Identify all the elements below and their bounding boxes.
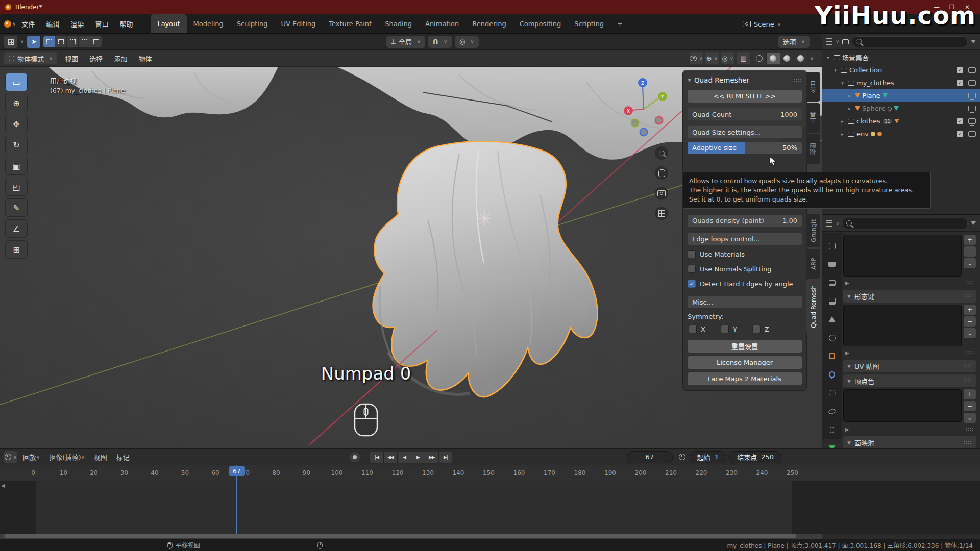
timeline-ruler[interactable]: 0102030405060708090100110120130140150160…	[0, 465, 980, 481]
select-mode-extend[interactable]	[55, 36, 66, 47]
play-button[interactable]: ▶	[411, 452, 425, 463]
drag-grip[interactable]: ∷∷	[964, 363, 972, 369]
outliner-row-env[interactable]: ▸env	[822, 128, 980, 140]
hide-viewport-toggle[interactable]	[968, 106, 976, 111]
menu-item[interactable]: 文件	[16, 19, 40, 29]
play-reverse-button[interactable]: ◀	[398, 452, 411, 463]
list-box[interactable]	[843, 305, 962, 346]
properties-tab-world[interactable]	[822, 329, 842, 347]
properties-tab-scene[interactable]	[822, 310, 842, 329]
record-button[interactable]	[350, 452, 360, 462]
blender-logo-icon[interactable]	[4, 20, 11, 28]
outliner-row-item[interactable]: ▾场景集合	[822, 51, 980, 64]
quad-count-field[interactable]: Quad Count 1000	[688, 108, 802, 120]
properties-tab-output[interactable]	[822, 273, 842, 292]
menu-item[interactable]: 渲染	[65, 19, 89, 29]
select-mode-subtract[interactable]	[67, 36, 78, 47]
workspace-tab-scripting[interactable]: Scripting	[568, 14, 610, 33]
sidebar-tab-grungit[interactable]: Grungit	[806, 214, 820, 247]
menu-item[interactable]: 编辑	[40, 19, 65, 29]
pan-button[interactable]	[655, 166, 668, 180]
properties-tab-object[interactable]	[822, 347, 842, 365]
specials-menu-button[interactable]: ⌄	[964, 328, 976, 338]
proportional-edit-dropdown[interactable]: ◎	[455, 36, 479, 48]
jump-end-button[interactable]: ▶|	[439, 452, 452, 463]
timeline-menu-item[interactable]: 视图	[89, 452, 112, 462]
checkbox-detect-hard-edges-by-angle[interactable]: Detect Hard Edges by angle	[688, 277, 802, 290]
timeline-editor-button[interactable]	[4, 451, 17, 463]
expander-icon[interactable]: ▸	[839, 132, 846, 137]
outliner-row-collection[interactable]: ▾Collection	[822, 64, 980, 77]
filter-icon[interactable]	[971, 221, 976, 225]
hide-viewport-toggle[interactable]	[968, 67, 976, 73]
properties-editor-icon[interactable]	[826, 220, 832, 227]
overlays-dropdown[interactable]: ◎	[721, 52, 734, 64]
properties-tab-tool[interactable]	[822, 237, 842, 255]
navigation-gizmo[interactable]: Z X Y	[610, 74, 677, 142]
workspace-tab-uv-editing[interactable]: UV Editing	[274, 14, 322, 33]
selectable-toggle[interactable]	[957, 131, 963, 137]
sidebar-tab-item[interactable]: 条目	[806, 72, 820, 102]
tool-add-cube[interactable]: ⊞	[5, 240, 28, 259]
ortho-toggle-button[interactable]	[655, 207, 668, 220]
prev-keyframe-button[interactable]: ◀◀	[384, 452, 397, 463]
timeline-menu-item[interactable]: 抠像(插帧) ∨	[44, 452, 89, 462]
panel-header[interactable]: ▼ Quad Remesher ∷∷	[688, 74, 802, 86]
sidebar-tab-quad-remesh[interactable]: Quad Remesh	[806, 280, 820, 333]
add-button[interactable]: +	[964, 235, 976, 245]
shading-rendered-button[interactable]	[794, 53, 807, 64]
properties-tab-view-layer[interactable]	[822, 292, 842, 310]
remove-button[interactable]: −	[964, 316, 976, 327]
tool-scale[interactable]: ▣	[5, 157, 28, 175]
workspace-tab-modeling[interactable]: Modeling	[187, 14, 230, 33]
scene-selector[interactable]: Scene ∨	[743, 17, 781, 31]
frame-start-field[interactable]: 起始 1	[690, 451, 726, 463]
checkbox-use-normals-splitting[interactable]: Use Normals Splitting	[688, 262, 802, 276]
expander-icon[interactable]: ▸	[839, 119, 846, 124]
next-keyframe-button[interactable]: ▶▶	[425, 452, 438, 463]
expander-icon[interactable]: ▾	[839, 81, 846, 86]
npanel-button-license-manager[interactable]: License Manager	[688, 356, 802, 369]
remove-button[interactable]: −	[964, 246, 976, 257]
panel-header-item[interactable]: ▼形态键∷∷	[843, 290, 976, 303]
quad-size-settings-header[interactable]: Quad Size settings...	[688, 126, 802, 138]
outliner-editor-icon[interactable]	[826, 38, 832, 45]
zoom-button[interactable]	[655, 146, 668, 160]
expand-icon[interactable]: ▶	[845, 427, 849, 432]
tool-rotate[interactable]: ↻	[5, 136, 28, 154]
drag-grip[interactable]: ∷∷	[964, 293, 972, 299]
add-workspace-button[interactable]: +	[610, 14, 629, 33]
npanel-button-item[interactable]: 重置设置	[688, 340, 802, 353]
timeline-track-area[interactable]	[0, 481, 980, 534]
misc-header[interactable]: Misc...	[688, 296, 802, 308]
adaptive-size-slider[interactable]: Adaptive size 50%	[688, 142, 802, 154]
tool-transform[interactable]: ◰	[5, 178, 28, 196]
editor-type-button[interactable]	[4, 36, 17, 48]
properties-tab-render[interactable]	[822, 255, 842, 273]
playhead-frame-badge[interactable]: 67	[229, 466, 245, 476]
properties-search-input[interactable]	[842, 218, 968, 229]
current-frame-field[interactable]: 67	[627, 451, 673, 463]
properties-tab-constraints[interactable]	[822, 420, 842, 439]
outliner-row-plane[interactable]: ▸Plane	[822, 89, 980, 102]
tool-cursor-3d[interactable]: ⊕	[5, 94, 28, 112]
properties-tab-modifiers[interactable]	[822, 365, 842, 384]
shading-wireframe-button[interactable]	[753, 53, 766, 64]
mode-dropdown[interactable]: 物体模式	[4, 52, 57, 64]
hide-viewport-toggle[interactable]	[968, 118, 976, 124]
tool-measure[interactable]: ∠	[5, 219, 28, 238]
tool-move[interactable]: ✥	[5, 115, 28, 133]
list-box[interactable]	[843, 235, 962, 277]
filter-icon[interactable]	[971, 40, 976, 43]
add-button[interactable]: +	[964, 305, 976, 315]
menu-item[interactable]: 窗口	[89, 19, 114, 29]
display-mode-icon[interactable]	[842, 39, 849, 44]
symmetry-axis-x[interactable]: X	[689, 323, 705, 335]
scroll-left-arrow[interactable]: ◀	[1, 483, 5, 488]
menu-item[interactable]: 帮助	[114, 19, 138, 29]
jump-start-button[interactable]: |◀	[370, 452, 383, 463]
hide-viewport-toggle[interactable]	[968, 93, 976, 98]
workspace-tab-layout[interactable]: Layout	[151, 14, 186, 33]
remove-button[interactable]: −	[964, 401, 976, 411]
use-preview-range-icon[interactable]	[679, 454, 685, 460]
